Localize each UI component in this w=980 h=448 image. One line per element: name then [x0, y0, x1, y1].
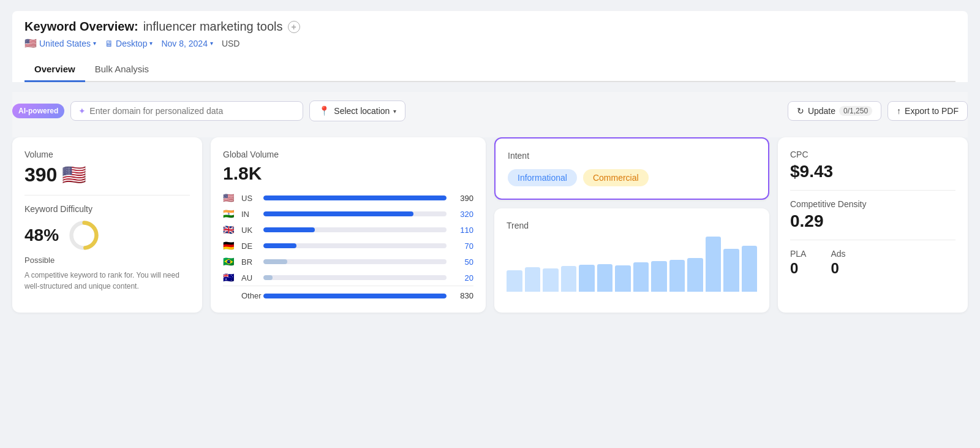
- update-count: 0/1,250: [839, 106, 872, 116]
- trend-card: Trend: [494, 208, 769, 313]
- in-bar-track: [263, 211, 447, 216]
- in-count: 320: [451, 210, 473, 219]
- badge-informational: Informational: [508, 169, 577, 186]
- pla-label: PLA: [790, 249, 806, 259]
- volume-label: Volume: [24, 150, 190, 159]
- location-select-chevron-icon: ▾: [393, 108, 396, 115]
- kd-label: Keyword Difficulty: [24, 204, 190, 214]
- device-label: Desktop: [116, 39, 147, 48]
- refresh-icon: ↻: [797, 106, 804, 116]
- update-label: Update: [808, 106, 835, 116]
- toolbar-right: ↻ Update 0/1,250 ↑ Export to PDF: [788, 101, 968, 121]
- ai-powered-badge: AI-powered: [12, 104, 64, 118]
- kd-value-row: 48%: [24, 219, 190, 252]
- device-selector[interactable]: 🖥 Desktop ▾: [105, 39, 153, 48]
- country-row-uk: 🇬🇧 UK 110: [223, 224, 473, 235]
- us-code: US: [241, 194, 258, 203]
- trend-bar-13: [742, 246, 758, 292]
- trend-bar-2: [543, 268, 559, 292]
- au-bar-fill: [263, 275, 273, 280]
- add-keyword-icon[interactable]: +: [288, 21, 300, 33]
- intent-badges: Informational Commercial: [508, 169, 756, 186]
- kd-percent: 48%: [24, 226, 59, 245]
- us-flag: 🇺🇸: [223, 192, 236, 203]
- br-bar-track: [263, 259, 447, 264]
- tabs-container: Overview Bulk Analysis: [24, 59, 956, 82]
- de-count: 70: [451, 241, 473, 251]
- domain-input[interactable]: [89, 106, 295, 116]
- country-rows: 🇺🇸 US 390 🇮🇳 IN 320 🇬🇧 UK 110 🇩🇪 DE: [223, 192, 473, 283]
- export-icon: ↑: [897, 106, 901, 116]
- global-volume-card: Global Volume 1.8K 🇺🇸 US 390 🇮🇳 IN 320 🇬…: [211, 137, 486, 313]
- kd-section: Keyword Difficulty 48% Possible A compet…: [24, 204, 190, 292]
- currency-label: USD: [222, 39, 240, 48]
- cpc-competitive-card: CPC $9.43 Competitive Density 0.29 PLA 0…: [778, 137, 968, 313]
- intent-label: Intent: [508, 151, 756, 161]
- br-bar-fill: [263, 259, 287, 264]
- trend-bar-10: [687, 258, 703, 292]
- other-row: Other 830: [223, 286, 473, 300]
- volume-flag: 🇺🇸: [62, 163, 86, 186]
- date-selector[interactable]: Nov 8, 2024 ▾: [161, 39, 213, 48]
- us-bar-fill: [263, 196, 447, 200]
- domain-input-wrapper[interactable]: ✦: [70, 101, 303, 121]
- trend-bar-5: [597, 264, 613, 292]
- ads-value: 0: [831, 260, 845, 277]
- country-row-au: 🇦🇺 AU 20: [223, 272, 473, 283]
- global-volume-value: 1.8K: [223, 163, 473, 184]
- au-flag: 🇦🇺: [223, 272, 236, 283]
- uk-bar-fill: [263, 227, 315, 232]
- country-row-us: 🇺🇸 US 390: [223, 192, 473, 203]
- trend-bar-9: [669, 260, 685, 292]
- desktop-icon: 🖥: [105, 39, 113, 48]
- trend-bar-12: [723, 249, 739, 292]
- cards-grid: Volume 390 🇺🇸 Keyword Difficulty 48% Pos…: [12, 137, 968, 313]
- trend-label: Trend: [507, 221, 757, 230]
- cpc-section: CPC $9.43: [790, 150, 956, 181]
- pla-section: PLA 0: [790, 249, 806, 277]
- kd-status: Possible: [24, 256, 190, 265]
- location-label: United States: [39, 39, 91, 48]
- tab-overview[interactable]: Overview: [24, 59, 85, 82]
- kd-description: A competitive keyword to rank for. You w…: [24, 270, 190, 292]
- de-bar-fill: [263, 243, 296, 248]
- uk-flag: 🇬🇧: [223, 224, 236, 235]
- competitive-density-value: 0.29: [790, 211, 956, 231]
- export-pdf-button[interactable]: ↑ Export to PDF: [888, 101, 968, 121]
- trend-chart: [507, 237, 757, 292]
- uk-count: 110: [451, 226, 473, 235]
- location-selector[interactable]: 🇺🇸 United States ▾: [24, 37, 96, 49]
- volume-value: 390 🇺🇸: [24, 163, 190, 186]
- country-row-de: 🇩🇪 DE 70: [223, 240, 473, 251]
- other-label: Other: [241, 291, 258, 300]
- trend-bar-7: [633, 262, 649, 292]
- divider: [24, 195, 190, 196]
- date-label: Nov 8, 2024: [161, 39, 208, 48]
- trend-bar-6: [615, 265, 631, 292]
- trend-bar-11: [706, 237, 722, 292]
- br-count: 50: [451, 257, 473, 267]
- trend-bar-1: [525, 267, 541, 292]
- location-select-label: Select location: [334, 106, 390, 116]
- competitive-density-label: Competitive Density: [790, 199, 956, 209]
- sparkle-icon: ✦: [78, 106, 86, 116]
- au-bar-track: [263, 275, 447, 280]
- country-row-br: 🇧🇷 BR 50: [223, 256, 473, 267]
- update-button[interactable]: ↻ Update 0/1,250: [788, 101, 881, 121]
- toolbar: AI-powered ✦ 📍 Select location ▾ ↻ Updat…: [12, 101, 968, 121]
- cpc-value: $9.43: [790, 162, 956, 181]
- trend-bar-4: [579, 265, 595, 292]
- country-row-in: 🇮🇳 IN 320: [223, 208, 473, 219]
- location-select-dropdown[interactable]: 📍 Select location ▾: [309, 101, 405, 121]
- us-count: 390: [451, 194, 473, 203]
- cpc-label: CPC: [790, 150, 956, 159]
- other-bar-fill: [263, 294, 447, 298]
- de-bar-track: [263, 243, 447, 248]
- title-prefix: Keyword Overview:: [24, 20, 138, 34]
- location-chevron-icon: ▾: [93, 40, 96, 47]
- divider: [790, 240, 956, 240]
- competitive-density-section: Competitive Density 0.29: [790, 199, 956, 231]
- kd-donut-chart: [67, 219, 100, 252]
- ads-section: Ads 0: [831, 249, 845, 277]
- tab-bulk-analysis[interactable]: Bulk Analysis: [85, 59, 159, 82]
